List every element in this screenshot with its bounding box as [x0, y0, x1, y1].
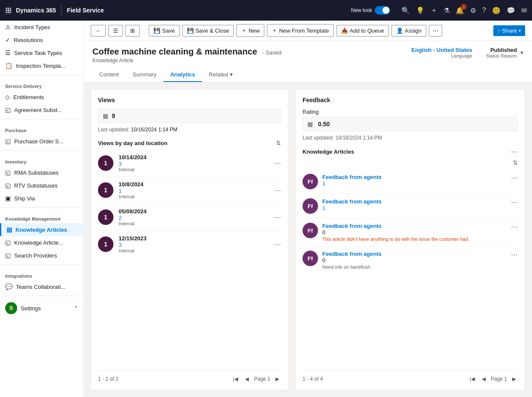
idea-icon[interactable]: 💡: [416, 6, 425, 15]
main-content: ← ☰ ⊞ 💾 Save 💾 Save & Close ＋ New ＋: [84, 21, 532, 397]
views-first-page[interactable]: |◀: [231, 375, 240, 383]
main-layout: ⚠ Incident Types ✓ Resolutions ☰ Service…: [0, 21, 532, 397]
add-icon[interactable]: ＋: [431, 6, 437, 15]
ka-more-icon[interactable]: ⋯: [511, 148, 518, 156]
face-icon[interactable]: 🙂: [492, 6, 501, 15]
sidebar-divider-2: [0, 119, 83, 119]
share-chevron: ▾: [519, 28, 521, 33]
feedback-menu-4[interactable]: ⋯: [511, 251, 518, 259]
new-button[interactable]: ＋ New: [236, 24, 264, 37]
chat-icon2[interactable]: 💬: [507, 6, 515, 15]
teams-icon: 💬: [5, 283, 12, 290]
save-close-button[interactable]: 💾 Save & Close: [182, 25, 234, 36]
sidebar-item-purchase-order[interactable]: ◱ Purchase Order S...: [0, 135, 83, 148]
sidebar-item-teams[interactable]: 💬 Teams Collaborati...: [0, 280, 83, 293]
status-expand-icon[interactable]: ▾: [520, 49, 523, 56]
back-icon: ←: [95, 27, 101, 34]
list-view-button[interactable]: ☰: [108, 25, 123, 36]
ka-page-info: 1 - 4 of 4: [303, 376, 465, 382]
ka-first-page[interactable]: |◀: [468, 375, 477, 383]
settings-icon[interactable]: ⚙: [470, 6, 476, 15]
sidebar-item-incident-types[interactable]: ⚠ Incident Types: [0, 21, 83, 33]
tab-content[interactable]: Content: [92, 68, 126, 82]
view-row-menu-1[interactable]: ⋯: [274, 159, 281, 167]
view-count-3: 2: [119, 215, 269, 221]
add-queue-button[interactable]: 📥 Add to Queue: [336, 25, 389, 36]
sidebar-item-ship-via[interactable]: ▣ Ship Via: [0, 192, 83, 205]
ka-icon: ▤: [6, 226, 12, 233]
sidebar-label-agreement: Agreement Subst...: [14, 107, 62, 113]
sidebar-item-resolutions[interactable]: ✓ Resolutions: [0, 33, 83, 46]
feedback-name-2[interactable]: Feedback from agents: [322, 198, 507, 205]
ship-icon: ▣: [5, 195, 11, 202]
card-view-button[interactable]: ⊞: [125, 25, 140, 36]
sidebar-item-entitlements[interactable]: ◇ Entitlements: [0, 91, 83, 103]
feedback-name-4[interactable]: Feedback from agents: [322, 251, 507, 257]
rma-icon: ◱: [5, 169, 11, 176]
sidebar-item-knowledge-articles[interactable]: ▤ Knowledge Articles: [0, 223, 83, 236]
back-button[interactable]: ←: [91, 25, 106, 36]
views-next-page[interactable]: ▶: [274, 375, 281, 383]
toolbar-more-button[interactable]: ⋯: [429, 25, 442, 36]
ka-section-header: Knowledge Articles ⋯: [303, 148, 518, 156]
sidebar-item-rtv[interactable]: ◱ RTV Substatuses: [0, 179, 83, 192]
sidebar-item-service-task-types[interactable]: ☰ Service Task Types: [0, 46, 83, 59]
new-template-button[interactable]: ＋ New From Template: [267, 24, 333, 37]
help-icon[interactable]: ?: [482, 6, 486, 14]
sidebar-item-inspection-templates[interactable]: 📋 Inspection Templa...: [0, 59, 83, 72]
notifications-icon[interactable]: 🔔 1: [456, 6, 464, 15]
ka-prev-page[interactable]: ◀: [480, 375, 487, 383]
share-button[interactable]: ↑ Share ▾: [493, 25, 525, 36]
agreement-icon: ◱: [5, 106, 11, 113]
ka-sort-icon[interactable]: ⇅: [513, 159, 518, 166]
view-date-2: 10/8/2024: [119, 181, 269, 188]
feedback-item-2: Ff Feedback from agents 1 ⋯: [303, 194, 518, 218]
feedback-item-3: Ff Feedback from agents 0 This article d…: [303, 218, 518, 246]
tab-summary[interactable]: Summary: [126, 68, 164, 82]
feedback-menu-3[interactable]: ⋯: [511, 223, 518, 231]
po-icon: ◱: [5, 138, 11, 145]
sidebar-item-knowledge-article-t[interactable]: ◱ Knowledge Article...: [0, 236, 83, 249]
new-look-switch[interactable]: [375, 6, 390, 15]
views-prev-page[interactable]: ◀: [243, 375, 251, 383]
tab-related[interactable]: Related ▾: [202, 68, 240, 82]
tab-analytics[interactable]: Analytics: [163, 68, 202, 82]
feedback-score-4: 0: [322, 257, 507, 264]
msg-icon[interactable]: ✉: [521, 6, 527, 15]
save-button[interactable]: 💾 Save: [149, 25, 180, 36]
feedback-menu-1[interactable]: ⋯: [511, 174, 518, 182]
section-purchase: Purchase: [0, 122, 83, 135]
feedback-menu-2[interactable]: ⋯: [511, 198, 518, 206]
search-icon[interactable]: 🔍: [401, 6, 410, 15]
view-type-2: Internal: [119, 194, 269, 199]
sidebar-divider-3: [0, 150, 83, 151]
record-header: Coffee machine cleaning & maintenance - …: [84, 41, 532, 82]
view-type-3: Internal: [119, 221, 269, 226]
ka-page-label: Page 1: [491, 376, 507, 382]
ka-next-page[interactable]: ▶: [511, 375, 518, 383]
views-pagination: 1 - 2 of 2 |◀ ◀ Page 1 ▶: [98, 370, 281, 383]
view-row-menu-4[interactable]: ⋯: [274, 240, 281, 249]
nav-icons: 🔍 💡 ＋ ⚗ 🔔 1 ⚙ ? 🙂 💬 ✉: [401, 6, 527, 15]
sidebar-item-agreement-subst[interactable]: ◱ Agreement Subst...: [0, 103, 83, 116]
view-row-menu-3[interactable]: ⋯: [274, 213, 281, 221]
rating-label: Rating: [303, 109, 319, 115]
feedback-score-1: 1: [322, 180, 507, 187]
new-look-toggle[interactable]: New look: [351, 6, 390, 15]
sidebar-item-rma[interactable]: ◱ RMA Substatuses: [0, 166, 83, 179]
views-sort-icon[interactable]: ⇅: [276, 139, 281, 146]
sidebar-label-rma: RMA Substatuses: [14, 170, 58, 176]
feedback-name-3[interactable]: Feedback from agents: [322, 223, 507, 229]
filter-icon[interactable]: ⚗: [443, 6, 449, 15]
suite-icon[interactable]: ⊞: [5, 6, 12, 15]
sidebar-item-search-providers[interactable]: ◱ Search Providers: [0, 249, 83, 262]
feedback-name-1[interactable]: Feedback from agents: [322, 174, 507, 180]
feedback-items: Ff Feedback from agents 1 ⋯ Ff F: [303, 170, 518, 274]
view-row-menu-2[interactable]: ⋯: [274, 186, 281, 194]
assign-icon: 👤: [396, 27, 403, 34]
language-value[interactable]: English - United States: [411, 47, 472, 53]
feedback-title: Feedback: [303, 97, 518, 103]
toolbar-sep-1: [144, 25, 144, 36]
sidebar-settings[interactable]: S Settings ⌃: [0, 299, 83, 318]
assign-button[interactable]: 👤 Assign: [391, 25, 426, 36]
